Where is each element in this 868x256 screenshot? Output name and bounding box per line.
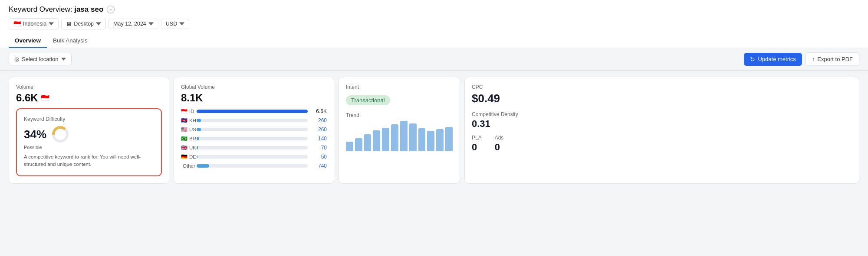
gv-row: 🇩🇪 DE 50 [181,154,327,160]
gv-country: 🇬🇧 UK [181,145,193,151]
gv-flag: 🇰🇭 [181,117,187,123]
kd-value-row: 34% [24,125,154,144]
intent-trend-card: Intent Transactional Trend [339,77,460,184]
gv-bar-fill [197,128,201,131]
volume-label: Volume [16,84,162,90]
gv-row: 🇺🇸 US 260 [181,126,327,133]
gv-code: UK [189,145,196,150]
global-volume-value: 8.1K [181,92,327,104]
gv-value: 70 [311,145,327,151]
gv-bar-fill [197,164,209,168]
gv-code: BR [189,136,196,141]
page-title: Keyword Overview: jasa seo [9,5,103,14]
volume-kd-section: Volume 6.6K 🇮🇩 Keyword Difficulty 34% Po… [9,77,169,184]
trend-bar [382,128,389,151]
gv-bar-fill [197,110,308,113]
global-volume-card: Global Volume 8.1K 🇮🇩 ID 6.6K 🇰🇭 KH 260 [174,77,334,184]
pla-ads-row: PLA 0 Ads 0 [472,135,852,153]
add-keyword-icon[interactable]: + [107,6,115,13]
currency-filter[interactable]: USD [161,19,189,29]
gv-bar-fill [197,137,199,140]
chevron-down-icon [61,58,66,61]
date-filter[interactable]: May 12, 2024 [108,19,158,29]
ads-item: Ads 0 [495,135,504,153]
trend-bar [409,123,417,151]
gv-value: 260 [311,126,327,133]
country-filter[interactable]: 🇮🇩 Indonesia [9,18,59,29]
kd-donut-chart [51,125,70,144]
gv-country: 🇮🇩 ID [181,108,193,114]
gv-code: US [189,127,196,132]
gv-bar-background [197,128,308,131]
gv-bar-fill [197,146,198,149]
gv-row: Other 740 [181,163,327,169]
country-label: Indonesia [23,21,46,27]
gv-value: 50 [311,154,327,160]
select-location-button[interactable]: ◎ Select location [9,53,72,65]
keyword-difficulty-card: Keyword Difficulty 34% Possible A compet… [16,108,162,176]
select-location-label: Select location [22,56,59,62]
gv-bar-background [197,119,308,122]
pla-label: PLA [472,135,482,141]
gv-bar-background [197,110,308,113]
gv-country: 🇺🇸 US [181,126,193,133]
tab-bulk-analysis[interactable]: Bulk Analysis [47,34,94,48]
export-icon: ↑ [812,56,815,62]
location-pin-icon: ◎ [14,56,19,62]
trend-bar [400,121,408,151]
chevron-down-icon [96,21,101,26]
update-metrics-label: Update metrics [758,56,796,62]
gv-row: 🇮🇩 ID 6.6K [181,108,327,114]
date-label: May 12, 2024 [113,21,146,27]
cpc-card: CPC $0.49 Competitive Density 0.31 PLA 0… [464,77,859,184]
gv-code: Other [183,163,195,169]
tab-overview[interactable]: Overview [9,34,47,48]
cpc-value: $0.49 [472,92,852,105]
gv-bar-background [197,137,308,140]
chevron-down-icon [179,21,184,26]
gv-country: 🇧🇷 BR [181,136,193,142]
trend-bar [373,130,380,151]
device-label: Desktop [74,21,94,27]
gv-code: KH [189,118,196,123]
gv-country: 🇰🇭 KH [181,117,193,123]
volume-number: 6.6K [16,92,38,104]
ads-label: Ads [495,135,504,141]
pla-value: 0 [472,142,482,153]
refresh-icon: ↻ [750,56,755,63]
global-volume-label: Global Volume [181,84,327,90]
gv-country: Other [181,163,193,169]
export-pdf-button[interactable]: ↑ Export to PDF [806,52,859,66]
trend-bar [427,131,434,151]
update-metrics-button[interactable]: ↻ Update metrics [744,53,802,66]
gv-value: 140 [311,136,327,142]
gv-code: ID [189,109,194,114]
chevron-down-icon [148,21,154,26]
trend-label: Trend [346,112,453,118]
trend-bar [391,124,398,151]
gv-flag: 🇩🇪 [181,154,187,160]
gv-flag: 🇮🇩 [181,108,187,114]
ads-value: 0 [495,142,504,153]
gv-flag: 🇬🇧 [181,145,187,151]
desktop-icon: 🖥 [66,21,72,27]
gv-bar-fill [197,119,201,122]
density-value: 0.31 [472,118,852,130]
gv-flag: 🇺🇸 [181,126,187,133]
intent-badge: Transactional [346,95,390,105]
trend-bar [436,129,444,151]
gv-row: 🇬🇧 UK 70 [181,145,327,151]
device-filter[interactable]: 🖥 Desktop [61,19,106,29]
gv-flag: 🇧🇷 [181,136,187,142]
gv-value: 740 [311,163,327,169]
chevron-down-icon [49,21,54,26]
trend-bar [418,128,426,151]
volume-value-row: 6.6K 🇮🇩 [16,92,162,104]
cpc-label: CPC [472,84,852,90]
trend-bar [445,127,453,151]
volume-flag: 🇮🇩 [41,94,49,102]
trend-chart [346,121,453,151]
gv-value: 260 [311,117,327,123]
gv-code: DE [189,154,196,159]
gv-bar-background [197,155,308,159]
